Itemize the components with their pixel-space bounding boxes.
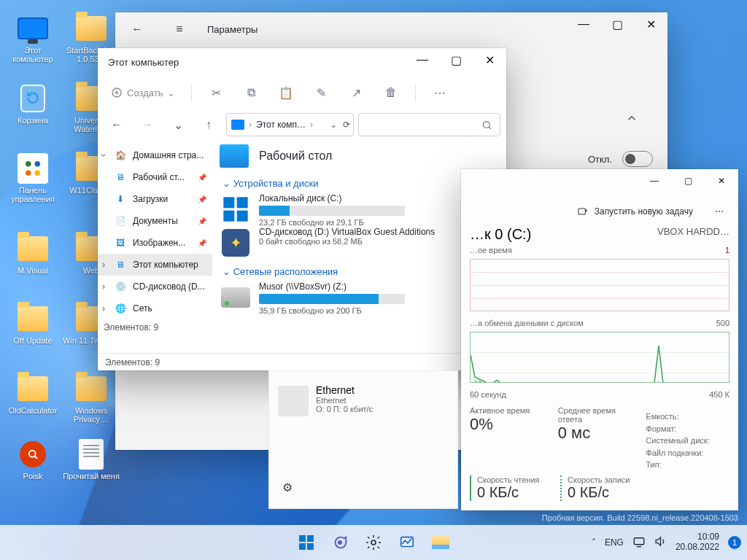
new-button[interactable]: Создать ⌄ <box>104 87 182 98</box>
paste-icon[interactable]: 📋 <box>271 79 301 106</box>
run-task-button[interactable]: Запустить новую задачу <box>570 201 700 222</box>
status-text: Элементов: 9 <box>105 357 160 368</box>
back-icon[interactable]: ← <box>123 15 152 44</box>
nav-up-icon[interactable]: ↑ <box>196 113 222 136</box>
sidebar-item[interactable]: 🏠Домашняя стра... <box>98 144 212 166</box>
hamburger-icon[interactable]: ≡ <box>165 15 194 44</box>
icon-label: Панель управления <box>4 186 62 203</box>
group-header[interactable]: Сетевые расположения <box>222 266 499 277</box>
language-indicator[interactable]: ENG <box>605 537 624 548</box>
svg-line-5 <box>34 456 37 459</box>
desktop-icon[interactable]: Off Update <box>4 303 62 345</box>
desktop-icon[interactable]: Панель управления <box>4 153 62 203</box>
svg-rect-12 <box>237 197 248 208</box>
svg-point-21 <box>371 540 376 545</box>
volume-icon[interactable] <box>654 535 667 550</box>
tray-chevron-icon[interactable]: ˄ <box>592 537 596 548</box>
desktop-icon[interactable]: Windows Privacy ... <box>62 373 120 424</box>
sidebar-item[interactable]: 🖥Этот компьютер <box>98 254 212 276</box>
minimize-button[interactable]: — <box>638 169 671 192</box>
sidebar-item[interactable]: 🌐Сеть <box>98 298 212 319</box>
svg-marker-25 <box>656 537 660 545</box>
circle-icon <box>18 439 48 470</box>
network-icon[interactable] <box>632 535 646 551</box>
desktop-icon[interactable]: Корзина <box>4 83 62 125</box>
drive-item[interactable]: Локальный диск (C:)23,2 ГБ свободно из 2… <box>220 193 499 227</box>
share-icon[interactable]: ↗ <box>341 79 371 106</box>
maximize-button[interactable]: ▢ <box>439 48 473 71</box>
usage-bar <box>259 294 405 304</box>
svg-rect-23 <box>634 537 644 544</box>
desktop-icon[interactable]: M.Visual <box>4 233 62 275</box>
disk-model: VBOX HARDD… <box>657 226 729 243</box>
sidebar-item[interactable]: 🖥Рабочий ст...📌 <box>98 166 212 188</box>
drive-icon <box>220 193 252 225</box>
drive-item[interactable]: ✦CD-дисковод (D:) VirtualBox Guest Addit… <box>220 227 499 259</box>
desktop-icon[interactable]: OldCalculator <box>4 373 62 415</box>
panel-icon <box>18 153 48 184</box>
chevron-down-icon[interactable]: ⌄ <box>165 113 191 136</box>
desktop-icon: 🖥 <box>114 171 127 184</box>
chat-icon[interactable] <box>325 527 355 558</box>
taskbar: ˄ ENG 10:09 20.08.2022 1 <box>0 525 747 560</box>
folder-icon <box>76 373 107 404</box>
pc-icon <box>231 120 244 130</box>
svg-rect-16 <box>299 535 306 542</box>
ethernet-icon <box>278 386 309 416</box>
icon-label: Прочитай меня <box>63 472 120 481</box>
explorer-app-icon[interactable] <box>425 527 456 558</box>
cd-icon: 💿 <box>114 280 127 293</box>
sidebar-item[interactable]: 🖼Изображен...📌 <box>98 232 212 254</box>
info-row: Формат: <box>646 423 729 435</box>
gear-icon[interactable]: ⚙ <box>272 472 303 502</box>
sidebar-item[interactable]: ⬇Загрузки📌 <box>98 188 212 210</box>
delete-icon[interactable]: 🗑 <box>376 79 406 106</box>
toggle-switch[interactable] <box>622 151 653 167</box>
maximize-button[interactable]: ▢ <box>671 169 705 192</box>
list-item[interactable]: Рабочий стол <box>220 144 499 171</box>
copy-icon[interactable]: ⧉ <box>236 79 266 106</box>
settings-app-icon[interactable] <box>358 527 389 558</box>
sidebar-item[interactable]: 📄Документы📌 <box>98 210 212 232</box>
icon-label: OldCalculator <box>9 406 58 415</box>
downloads-icon: ⬇ <box>114 192 127 206</box>
sidebar-item[interactable]: 💿CD-дисковод (D... <box>98 276 212 298</box>
close-button[interactable]: ✕ <box>634 12 667 36</box>
taskmgr-app-icon[interactable] <box>392 527 422 558</box>
start-button[interactable] <box>291 527 322 558</box>
more-icon[interactable]: ⋯ <box>425 79 455 106</box>
more-icon[interactable]: ⋯ <box>708 202 731 221</box>
desktop-icon[interactable]: Этот компьютер <box>4 13 62 63</box>
clock[interactable]: 10:09 20.08.2022 <box>676 532 719 553</box>
watermark: Пробная версия. Build 22598.ni_release.2… <box>542 513 738 522</box>
drive-item[interactable]: Musor (\\VBoxSvr) (Z:)35,9 ГБ свободно и… <box>220 281 499 315</box>
info-row: Файл подкачки: <box>646 447 729 459</box>
close-button[interactable]: ✕ <box>473 48 506 71</box>
settings-fragment: ⚙ Ethernet Ethernet О: 0 П: 0 кбит/с ⚙ <box>268 370 458 509</box>
rename-icon[interactable]: ✎ <box>306 79 336 106</box>
icon-label: Этот компьютер <box>4 46 62 63</box>
minimize-button[interactable]: — <box>406 48 439 71</box>
pc-icon: 🖥 <box>114 258 127 271</box>
desktop-icon[interactable]: Poisk <box>4 439 62 481</box>
nav-forward-icon[interactable]: → <box>134 113 160 136</box>
svg-rect-19 <box>307 543 314 550</box>
minimize-button[interactable]: — <box>567 12 600 36</box>
maximize-button[interactable]: ▢ <box>600 12 634 36</box>
icon-label: M.Visual <box>18 266 48 275</box>
cut-icon[interactable]: ✂ <box>201 79 231 106</box>
chevron-up-icon[interactable] <box>625 112 638 128</box>
close-button[interactable]: ✕ <box>705 169 738 192</box>
search-input[interactable] <box>358 113 500 136</box>
group-header[interactable]: Устройства и диски <box>222 178 499 189</box>
net-icon: 🌐 <box>114 302 127 315</box>
breadcrumb[interactable]: › Этот комп… › ⌄ ⟳ <box>226 113 354 136</box>
svg-rect-18 <box>299 543 306 550</box>
pin-icon: 📌 <box>198 174 206 182</box>
notification-icon[interactable]: 1 <box>728 536 741 549</box>
settings-title: Параметры <box>207 24 258 35</box>
desktop-icon[interactable]: Прочитай меня <box>62 439 120 481</box>
info-row: Емкость: <box>646 411 729 423</box>
nav-back-icon[interactable]: ← <box>104 113 130 136</box>
svg-point-9 <box>484 121 490 128</box>
